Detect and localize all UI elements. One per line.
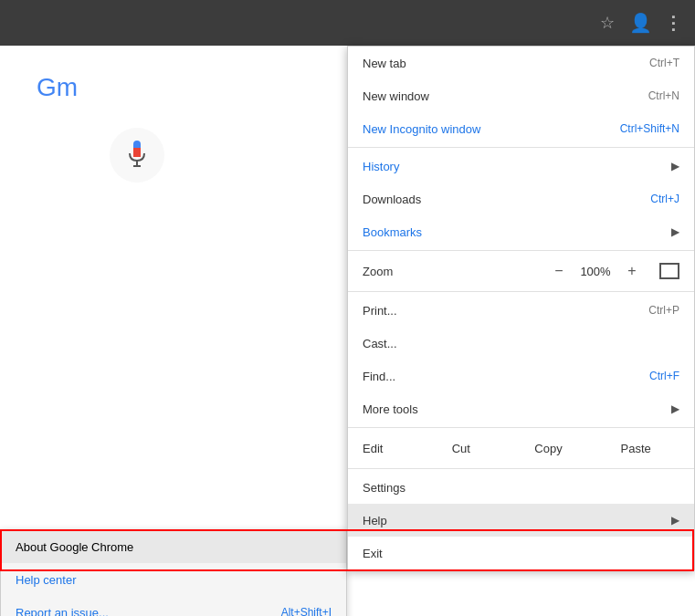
new-incognito-shortcut: Ctrl+Shift+N xyxy=(620,122,679,135)
find-label: Find... xyxy=(363,370,395,383)
context-menu: New tab Ctrl+T New window Ctrl+N New Inc… xyxy=(347,46,695,570)
find-item[interactable]: Find... Ctrl+F xyxy=(348,360,694,392)
more-tools-item[interactable]: More tools ▶ xyxy=(348,392,694,425)
downloads-shortcut: Ctrl+J xyxy=(650,193,679,205)
bookmarks-item[interactable]: Bookmarks ▶ xyxy=(348,215,694,248)
google-partial-text: Gm xyxy=(37,73,78,102)
chrome-toolbar: ☆ 👤 ⋮ xyxy=(0,0,695,46)
star-icon: ☆ xyxy=(600,13,615,33)
zoom-minus-button[interactable]: − xyxy=(546,258,572,284)
bookmarks-label: Bookmarks xyxy=(363,225,422,239)
help-submenu: About Google Chrome Help center Report a… xyxy=(0,529,347,616)
more-tools-label: More tools xyxy=(363,402,418,416)
copy-button[interactable]: Copy xyxy=(505,436,593,461)
new-tab-shortcut: Ctrl+T xyxy=(649,57,679,69)
page-background: Gm New tab Ctrl+T New window Ctrl+N New … xyxy=(0,46,695,616)
divider-2 xyxy=(348,250,694,251)
downloads-item[interactable]: Downloads Ctrl+J xyxy=(348,183,694,215)
mic-icon xyxy=(126,141,148,170)
zoom-fullscreen-button[interactable] xyxy=(659,263,679,279)
more-tools-arrow-icon: ▶ xyxy=(671,402,679,415)
new-incognito-label: New Incognito window xyxy=(363,122,480,136)
history-label: History xyxy=(363,160,399,173)
divider-1 xyxy=(348,147,694,148)
settings-item[interactable]: Settings xyxy=(348,471,694,504)
print-item[interactable]: Print... Ctrl+P xyxy=(348,294,694,327)
edit-row: Edit Cut Copy Paste xyxy=(348,430,694,466)
cast-item[interactable]: Cast... xyxy=(348,327,694,360)
help-arrow-icon: ▶ xyxy=(671,514,679,527)
help-center-label: Help center xyxy=(16,573,76,587)
edit-label: Edit xyxy=(363,442,417,455)
zoom-plus-button[interactable]: + xyxy=(619,258,645,284)
about-chrome-item[interactable]: About Google Chrome xyxy=(1,530,346,563)
menu-dots-icon: ⋮ xyxy=(664,12,683,34)
menu-button[interactable]: ⋮ xyxy=(658,8,688,37)
settings-label: Settings xyxy=(363,481,405,495)
history-item[interactable]: History ▶ xyxy=(348,150,694,183)
help-label: Help xyxy=(363,514,387,527)
exit-item[interactable]: Exit xyxy=(348,537,694,569)
downloads-label: Downloads xyxy=(363,193,421,206)
profile-icon: 👤 xyxy=(629,12,652,34)
report-issue-label: Report an issue... xyxy=(16,606,109,617)
zoom-label: Zoom xyxy=(363,265,546,278)
zoom-controls: − 100% + xyxy=(546,258,679,284)
star-button[interactable]: ☆ xyxy=(593,8,622,37)
about-chrome-label: About Google Chrome xyxy=(16,540,133,554)
report-issue-shortcut: Alt+Shift+I xyxy=(281,606,332,616)
mic-area xyxy=(110,128,164,183)
bookmarks-arrow-icon: ▶ xyxy=(671,225,679,238)
exit-label: Exit xyxy=(363,547,383,560)
print-label: Print... xyxy=(363,304,397,318)
history-arrow-icon: ▶ xyxy=(671,160,679,172)
svg-rect-3 xyxy=(133,148,141,157)
zoom-row: Zoom − 100% + xyxy=(348,253,694,289)
help-center-item[interactable]: Help center xyxy=(1,563,346,596)
profile-button[interactable]: 👤 xyxy=(626,8,655,37)
new-tab-item[interactable]: New tab Ctrl+T xyxy=(348,47,694,79)
paste-button[interactable]: Paste xyxy=(592,436,679,461)
zoom-value-display: 100% xyxy=(579,265,612,278)
print-shortcut: Ctrl+P xyxy=(648,304,679,317)
divider-5 xyxy=(348,468,694,469)
new-incognito-item[interactable]: New Incognito window Ctrl+Shift+N xyxy=(348,112,694,145)
report-issue-item[interactable]: Report an issue... Alt+Shift+I xyxy=(1,596,346,616)
divider-4 xyxy=(348,427,694,428)
new-window-item[interactable]: New window Ctrl+N xyxy=(348,79,694,112)
new-window-shortcut: Ctrl+N xyxy=(648,89,679,102)
cast-label: Cast... xyxy=(363,337,397,350)
divider-3 xyxy=(348,291,694,292)
help-item[interactable]: Help ▶ xyxy=(348,504,694,537)
cut-button[interactable]: Cut xyxy=(417,436,505,461)
new-tab-label: New tab xyxy=(363,57,406,70)
find-shortcut: Ctrl+F xyxy=(649,370,679,382)
new-window-label: New window xyxy=(363,89,429,103)
